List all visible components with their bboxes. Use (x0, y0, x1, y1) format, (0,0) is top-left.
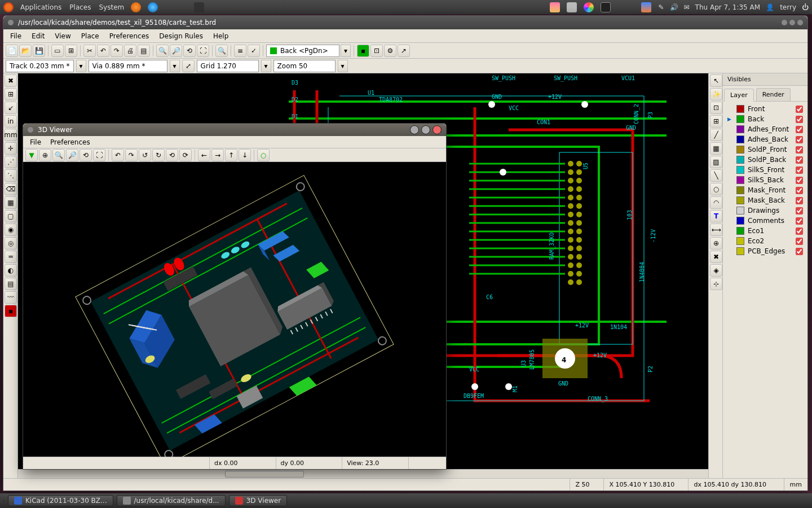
show-tracks-icon[interactable]: ═ (5, 251, 17, 263)
drc-icon[interactable]: ✓ (248, 45, 260, 57)
layer-visibility-checkbox[interactable] (796, 207, 803, 214)
terminal-icon[interactable] (601, 2, 611, 12)
show-pads-icon[interactable]: ◉ (5, 224, 17, 236)
grid-icon[interactable]: ⊞ (5, 88, 17, 100)
units-mm-icon[interactable]: mm (5, 129, 17, 141)
menu-design-rules[interactable]: Design Rules (155, 30, 208, 42)
layer-color-swatch[interactable] (736, 135, 744, 143)
redraw-icon[interactable]: ⟲ (80, 149, 92, 161)
netlist-icon[interactable]: ≡ (234, 45, 246, 57)
layer-selector[interactable]: Back <PgDn> (266, 45, 339, 57)
layer-row-soldp_back[interactable]: SoldP_Back (725, 155, 805, 165)
add-target-icon[interactable]: ⊕ (710, 237, 722, 249)
app-icon[interactable] (641, 2, 651, 12)
places-menu[interactable]: Places (69, 3, 91, 11)
undo-icon[interactable]: ↶ (97, 45, 109, 57)
show-desktop-icon[interactable] (3, 500, 5, 501)
zoom-out-icon[interactable]: 🔎 (170, 45, 182, 57)
layer-visibility-checkbox[interactable] (796, 146, 803, 154)
layer-visibility-checkbox[interactable] (796, 116, 803, 123)
zoom-selector[interactable]: Zoom 50 (273, 60, 336, 72)
add-track-icon[interactable]: ╱ (710, 129, 722, 141)
dropdown-arrow-icon[interactable]: ▾ (261, 60, 271, 72)
close-button[interactable] (433, 125, 442, 134)
layer-color-swatch[interactable] (736, 207, 744, 214)
indicator-icon[interactable]: ✎ (658, 3, 664, 11)
ubuntu-logo-icon[interactable] (3, 2, 14, 12)
rotate-z-pos-icon[interactable]: ⟳ (179, 149, 192, 161)
layer-color-swatch[interactable] (736, 196, 744, 204)
local-ratsnest-icon[interactable]: ⊡ (710, 102, 722, 114)
add-line-icon[interactable]: ╲ (710, 169, 722, 182)
add-circle-icon[interactable]: ○ (710, 183, 722, 195)
files-icon[interactable] (550, 2, 560, 12)
autodelete-icon[interactable]: ⌫ (5, 183, 17, 195)
layer-color-swatch[interactable] (736, 237, 744, 245)
redo-icon[interactable]: ↷ (111, 45, 123, 57)
zoom-in-icon[interactable]: 🔍 (52, 149, 65, 161)
layer-row-adhes_front[interactable]: Adhes_Front (725, 124, 805, 134)
layer-row-drawings[interactable]: Drawings (725, 205, 805, 216)
layer-visibility-checkbox[interactable] (796, 227, 803, 235)
volume-icon[interactable]: 🔊 (670, 3, 678, 11)
add-text-icon[interactable]: T (710, 210, 722, 222)
layer-visibility-checkbox[interactable] (796, 126, 803, 133)
layer-row-silks_back[interactable]: SilkS_Back (725, 175, 805, 185)
help-icon[interactable] (148, 2, 158, 12)
cut-icon[interactable]: ✂ (83, 45, 96, 57)
layer-color-swatch[interactable] (736, 146, 744, 154)
reload-icon[interactable]: ▼ (25, 149, 38, 161)
rotate-y-pos-icon[interactable]: ↻ (152, 149, 165, 161)
user-indicator[interactable]: 👤 (766, 3, 774, 11)
layer-visibility-checkbox[interactable] (796, 238, 803, 245)
show-vias-icon[interactable]: ◎ (5, 237, 17, 249)
grid-origin-icon[interactable]: ⊹ (710, 278, 722, 290)
task-pcbnew[interactable]: /usr/local/kicad/share/d... (117, 495, 226, 506)
grid-selector[interactable]: Grid 1.270 (197, 60, 259, 72)
mode-track-icon[interactable]: ⊡ (370, 45, 383, 57)
move-down-icon[interactable]: ↓ (239, 149, 251, 161)
ortho-icon[interactable]: ○ (257, 149, 270, 161)
minimize-button[interactable] (782, 20, 787, 25)
mode-footprint-icon[interactable]: ▪ (357, 45, 369, 57)
layer-visibility-checkbox[interactable] (796, 106, 803, 113)
username[interactable]: terry (780, 3, 796, 11)
layer-visibility-checkbox[interactable] (796, 167, 803, 174)
maximize-button[interactable] (789, 20, 795, 25)
layer-visibility-checkbox[interactable] (796, 177, 803, 184)
3d-viewer-canvas[interactable] (23, 162, 446, 457)
menu-help[interactable]: Help (209, 30, 233, 42)
layer-color-swatch[interactable] (736, 115, 744, 123)
polar-icon[interactable]: ↙ (5, 102, 17, 114)
tab-layer[interactable]: Layer (724, 89, 754, 102)
move-up-icon[interactable]: ↑ (225, 149, 237, 161)
show-zones-outline-icon[interactable]: ▢ (5, 210, 17, 222)
page-settings-icon[interactable]: ▭ (51, 45, 64, 57)
fit-icon[interactable]: ⛶ (93, 149, 105, 161)
ratsnest-module-icon[interactable]: ⋱ (5, 169, 17, 182)
layer-color-swatch[interactable] (736, 217, 744, 225)
layers-toolbar-icon[interactable]: ▤ (5, 278, 17, 290)
rotate-z-neg-icon[interactable]: ⟲ (166, 149, 178, 161)
rotate-x-neg-icon[interactable]: ↶ (112, 149, 124, 161)
new-icon[interactable]: 📄 (6, 45, 18, 57)
horizontal-scrollbar[interactable] (18, 469, 708, 478)
find-icon[interactable]: 🔍 (215, 45, 228, 57)
layer-visibility-checkbox[interactable] (796, 156, 803, 164)
zoom-fit-icon[interactable]: ⛶ (197, 45, 209, 57)
layer-color-swatch[interactable] (736, 247, 744, 255)
menu-preferences[interactable]: Preferences (105, 30, 154, 42)
mail-icon[interactable]: ✉ (684, 3, 690, 11)
dropdown-arrow-icon[interactable]: ▾ (170, 60, 180, 72)
cursor-icon[interactable]: ✛ (5, 142, 17, 155)
add-zone-icon[interactable]: ▦ (710, 142, 722, 155)
system-menu[interactable]: System (99, 3, 124, 11)
menu-edit[interactable]: Edit (27, 30, 49, 42)
layer-row-comments[interactable]: Comments (725, 216, 805, 226)
layer-row-soldp_front[interactable]: SoldP_Front (725, 144, 805, 155)
add-module-icon[interactable]: ⊞ (710, 115, 722, 128)
dropdown-arrow-icon[interactable]: ▾ (341, 45, 351, 57)
script-icon[interactable]: ▪ (5, 305, 17, 317)
cursor-tool-icon[interactable]: ↖ (710, 75, 722, 87)
layer-row-eco2[interactable]: Eco2 (725, 236, 805, 246)
